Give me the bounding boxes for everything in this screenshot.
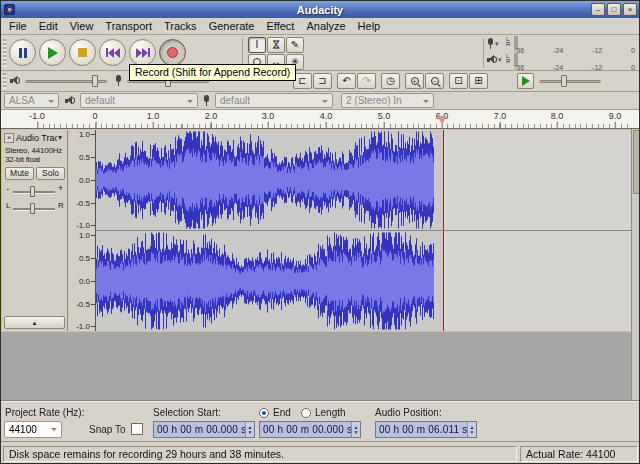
draw-tool-button[interactable]: ✎	[286, 37, 304, 53]
vertical-scrollbar[interactable]	[631, 129, 640, 401]
skip-to-end-button[interactable]	[129, 39, 156, 66]
redo-button[interactable]: ↷	[357, 73, 376, 89]
zoom-out-button[interactable]: −	[425, 73, 444, 89]
close-icon: ×	[628, 5, 633, 14]
fit-selection-icon: ⊡	[454, 75, 462, 86]
play-speed-thumb[interactable]	[561, 75, 567, 87]
end-radio-label[interactable]: End	[273, 407, 291, 418]
track-collapse-button[interactable]: ▴	[4, 316, 65, 329]
menu-item-effect[interactable]: Effect	[261, 19, 301, 33]
snap-to-checkbox[interactable]	[131, 423, 143, 435]
speaker-icon	[487, 55, 497, 64]
mute-button[interactable]: Mute	[5, 167, 34, 180]
playback-meter[interactable]: ▾ LR -36-24-120	[487, 54, 637, 71]
output-volume-thumb[interactable]	[92, 75, 98, 87]
vruler-label: 1.0	[79, 231, 90, 240]
menu-item-file[interactable]: File	[3, 19, 33, 33]
solo-button[interactable]: Solo	[36, 167, 65, 180]
pan-right-label: R	[58, 201, 64, 210]
vertical-ruler[interactable]: 1.0 0.5 0.0 -0.5 -1.0 1.0 0.5 0.0 -0.5 -…	[68, 130, 96, 331]
fit-selection-button[interactable]: ⊡	[449, 73, 468, 89]
transport-toolbar-row: I ⋈ ✎ ↔ ✳ ▾ LR -36-24-120	[1, 35, 639, 71]
length-radio-label[interactable]: Length	[315, 407, 346, 418]
ruler-minor-ticks	[37, 124, 631, 128]
track-control-panel: × Audio Track ▾ Stereo, 44100Hz 32-bit f…	[2, 130, 68, 331]
time-label: 4.0	[320, 111, 333, 121]
waveform-channel-right[interactable]	[96, 231, 632, 331]
selection-tool-button[interactable]: I	[248, 37, 266, 53]
pause-button[interactable]	[9, 39, 36, 66]
sync-lock-button[interactable]: ◷	[381, 73, 400, 89]
draw-tool-icon: ✎	[291, 39, 299, 50]
forward-icon	[136, 48, 150, 58]
spinner-icon[interactable]: ▲▼	[351, 422, 360, 437]
rewind-icon	[106, 48, 120, 58]
waveform-channel-left[interactable]	[96, 130, 632, 230]
output-volume-slider[interactable]	[25, 74, 107, 88]
time-label: 5.0	[378, 111, 391, 121]
track-title-menu[interactable]: Audio Track	[16, 133, 57, 143]
silence-audio-button[interactable]: ⊐	[313, 73, 332, 89]
maximize-button[interactable]: □	[607, 3, 621, 16]
length-radio[interactable]	[301, 408, 311, 418]
fit-project-button[interactable]: ⊞	[469, 73, 488, 89]
end-radio[interactable]	[259, 408, 269, 418]
spinner-icon[interactable]: ▲▼	[467, 422, 476, 437]
skip-to-start-button[interactable]	[99, 39, 126, 66]
minimize-button[interactable]: –	[591, 3, 605, 16]
record-button[interactable]	[159, 39, 186, 66]
track-close-button[interactable]: ×	[4, 133, 14, 143]
selection-start-label: Selection Start:	[153, 407, 221, 418]
selection-start-field[interactable]: 00 h 00 m 00.000 s ▲▼	[153, 421, 255, 438]
close-button[interactable]: ×	[623, 3, 637, 16]
pan-slider-thumb[interactable]	[30, 203, 35, 214]
toolbar-separator	[483, 38, 484, 68]
stop-button[interactable]	[69, 39, 96, 66]
maximize-icon: □	[612, 5, 617, 14]
input-channels-select[interactable]: 2 (Stereo) In	[341, 93, 434, 108]
title-bar[interactable]: Audacity – □ ×	[1, 1, 639, 18]
gain-slider-thumb[interactable]	[30, 186, 35, 197]
menu-item-tracks[interactable]: Tracks	[158, 19, 203, 33]
zoom-in-button[interactable]: +	[405, 73, 424, 89]
audacity-window: Audacity – □ × File Edit View Transport …	[0, 0, 640, 464]
menu-item-help[interactable]: Help	[352, 19, 387, 33]
menu-item-view[interactable]: View	[64, 19, 100, 33]
audio-host-select[interactable]: ALSA	[4, 93, 59, 108]
play-at-speed-button[interactable]	[517, 73, 534, 89]
menu-item-edit[interactable]: Edit	[33, 19, 64, 33]
undo-button[interactable]: ↶	[337, 73, 356, 89]
spinner-icon[interactable]: ▲▼	[245, 422, 254, 437]
menu-item-generate[interactable]: Generate	[203, 19, 261, 33]
track-menu-arrow-icon[interactable]: ▾	[58, 133, 62, 142]
meter-scale: -36-24-120	[514, 47, 635, 54]
input-device-select[interactable]: default	[215, 93, 333, 108]
waveform-area	[96, 130, 632, 331]
envelope-tool-button[interactable]: ⋈	[267, 37, 285, 53]
output-device-select[interactable]: default	[80, 93, 198, 108]
project-rate-select[interactable]: 44100	[4, 421, 62, 438]
stop-icon	[78, 48, 87, 57]
input-device-icon	[203, 95, 210, 106]
play-button[interactable]	[39, 39, 66, 66]
recording-meter[interactable]: ▾ LR -36-24-120	[487, 37, 637, 54]
time-label: 2.0	[205, 111, 218, 121]
output-device-icon	[65, 96, 75, 105]
menu-item-analyze[interactable]: Analyze	[300, 19, 351, 33]
record-icon	[167, 47, 178, 58]
time-label: 7.0	[494, 111, 507, 121]
dropdown-arrow-icon[interactable]: ▾	[498, 56, 502, 64]
menu-bar: File Edit View Transport Tracks Generate…	[1, 18, 639, 35]
menu-item-transport[interactable]: Transport	[99, 19, 158, 33]
play-speed-slider[interactable]	[539, 74, 601, 88]
toolbar-grip[interactable]	[3, 73, 6, 89]
meter-scale: -36-24-120	[514, 64, 635, 71]
audio-position-field[interactable]: 00 h 00 m 06.011 s ▲▼	[375, 421, 477, 438]
timeline-ruler[interactable]: -1.0 0 1.0 2.0 3.0 4.0 5.0 6.0 7.0 8.0 9…	[1, 110, 639, 129]
vertical-scrollbar-thumb[interactable]	[633, 130, 640, 194]
selection-end-field[interactable]: 00 h 00 m 00.000 s ▲▼	[259, 421, 361, 438]
toolbar-grip[interactable]	[3, 39, 6, 67]
dropdown-arrow-icon[interactable]: ▾	[495, 40, 499, 48]
snap-to-label: Snap To	[89, 424, 126, 435]
pause-icon	[19, 48, 27, 58]
